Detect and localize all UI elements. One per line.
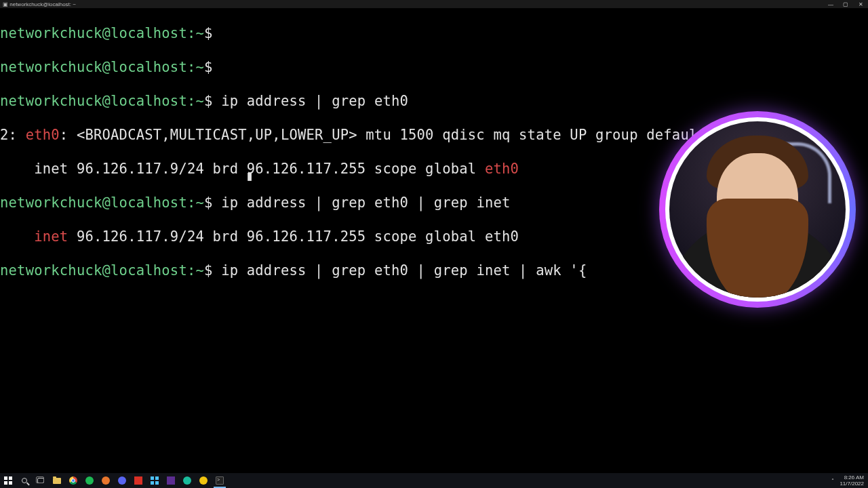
taskbar-app-button[interactable] xyxy=(146,473,163,488)
app-icon xyxy=(151,476,159,485)
terminal-line: networkchuck@localhost:~$ ip address | g… xyxy=(0,93,868,110)
prompt-colon: : xyxy=(187,93,196,109)
output-text: : <BROADCAST,MULTICAST,UP,LOWER_UP> mtu … xyxy=(60,127,791,143)
prompt-at: @ xyxy=(102,59,111,75)
prompt-dollar: $ xyxy=(204,195,213,211)
webcam-feed xyxy=(669,121,846,298)
prompt-at: @ xyxy=(102,25,111,41)
output-text: 96.126.117.9/24 brd 96.126.117.255 scope… xyxy=(68,228,519,245)
prompt-dollar: $ xyxy=(204,25,213,41)
prompt-path: ~ xyxy=(196,25,205,41)
terminal-cursor: ▮ xyxy=(245,167,254,184)
prompt-dollar: $ xyxy=(204,262,213,279)
taskbar-app-button[interactable] xyxy=(130,473,146,488)
system-tray[interactable]: ˄ 8:26 AM 11/7/2022 xyxy=(831,474,868,487)
window-titlebar: ▣ networkchuck@localhost: ~ — ▢ ✕ xyxy=(0,0,868,8)
vscode-icon xyxy=(167,476,175,485)
prompt-host: localhost xyxy=(111,25,187,41)
grep-match: inet xyxy=(34,228,68,245)
discord-icon xyxy=(118,476,126,485)
prompt-path: ~ xyxy=(196,195,205,211)
taskbar-app-button[interactable] xyxy=(98,473,114,488)
command-text: ip address | grep eth0 | grep inet xyxy=(221,195,510,211)
app-icon xyxy=(134,476,142,485)
windows-icon xyxy=(4,476,12,485)
window-title: networkchuck@localhost: ~ xyxy=(9,1,76,7)
window-maximize-button[interactable]: ▢ xyxy=(838,0,853,8)
prompt-at: @ xyxy=(102,93,111,109)
prompt-user: networkchuck xyxy=(0,59,102,75)
prompt-colon: : xyxy=(187,25,196,41)
windows-taskbar: ˄ 8:26 AM 11/7/2022 xyxy=(0,473,868,488)
chrome-button[interactable] xyxy=(65,473,81,488)
prompt-colon: : xyxy=(187,195,196,211)
task-view-icon xyxy=(37,478,44,483)
task-view-button[interactable] xyxy=(33,473,49,488)
tray-chevron-icon[interactable]: ˄ xyxy=(831,478,834,484)
person-beard xyxy=(707,199,808,298)
terminal-button[interactable] xyxy=(212,473,228,488)
webcam-overlay xyxy=(659,111,856,308)
output-text: 2: xyxy=(0,127,26,143)
file-explorer-button[interactable] xyxy=(49,473,65,488)
command-text: ip address | grep eth0 | grep inet | awk… xyxy=(221,262,587,279)
taskbar-search-button[interactable] xyxy=(16,473,33,488)
discord-button[interactable] xyxy=(114,473,130,488)
prompt-colon: : xyxy=(187,262,196,279)
clock-date: 11/7/2022 xyxy=(840,481,864,487)
terminal-line: networkchuck@localhost:~$ xyxy=(0,25,868,42)
taskbar-app-button[interactable] xyxy=(195,473,212,488)
chrome-icon xyxy=(69,476,77,485)
webcam-border xyxy=(665,117,850,302)
app-icon xyxy=(102,476,110,485)
obs-icon xyxy=(183,476,191,485)
spotify-button[interactable] xyxy=(81,473,98,488)
clock-time: 8:26 AM xyxy=(840,474,864,481)
command-text: ip address | grep eth0 xyxy=(221,93,408,109)
folder-icon xyxy=(53,478,61,484)
prompt-at: @ xyxy=(102,262,111,279)
prompt-path: ~ xyxy=(196,93,205,109)
prompt-path: ~ xyxy=(196,59,205,75)
window-minimize-button[interactable]: — xyxy=(823,0,838,8)
prompt-host: localhost xyxy=(111,59,187,75)
output-text xyxy=(0,228,34,245)
prompt-user: networkchuck xyxy=(0,25,102,41)
grep-match: eth0 xyxy=(485,161,519,177)
output-text: inet 96.126.117.9/24 brd 96.126.117.255 … xyxy=(0,161,485,177)
start-button[interactable] xyxy=(0,473,16,488)
prompt-user: networkchuck xyxy=(0,262,102,279)
prompt-colon: : xyxy=(187,59,196,75)
taskbar-clock[interactable]: 8:26 AM 11/7/2022 xyxy=(837,474,867,487)
vscode-button[interactable] xyxy=(163,473,179,488)
titlebar-app-icon: ▣ xyxy=(3,1,8,7)
prompt-host: localhost xyxy=(111,262,187,279)
window-close-button[interactable]: ✕ xyxy=(853,0,868,8)
prompt-user: networkchuck xyxy=(0,195,102,211)
app-icon xyxy=(199,476,208,485)
prompt-dollar: $ xyxy=(204,93,213,109)
obs-button[interactable] xyxy=(179,473,195,488)
search-icon xyxy=(22,478,27,483)
prompt-at: @ xyxy=(102,195,111,211)
prompt-path: ~ xyxy=(196,262,205,279)
prompt-user: networkchuck xyxy=(0,93,102,109)
terminal-line: networkchuck@localhost:~$ xyxy=(0,59,868,76)
terminal-icon xyxy=(216,476,224,485)
grep-match: eth0 xyxy=(26,127,60,143)
prompt-host: localhost xyxy=(111,195,187,211)
spotify-icon xyxy=(85,476,94,485)
prompt-dollar: $ xyxy=(204,59,213,75)
prompt-host: localhost xyxy=(111,93,187,109)
